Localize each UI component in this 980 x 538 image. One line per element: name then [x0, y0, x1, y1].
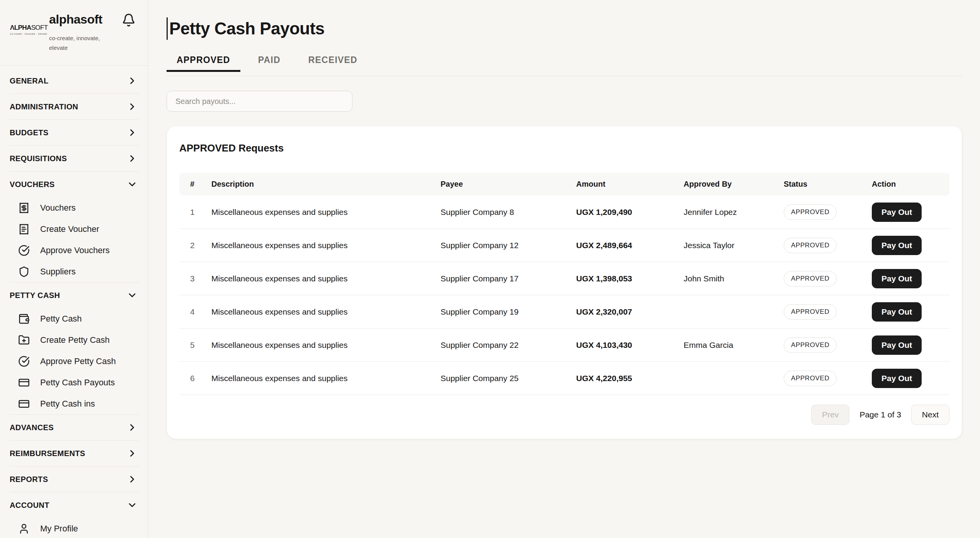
sidebar: ΛLPHASOFT co-create · innovate · elevate…: [0, 0, 148, 538]
sidebar-section-account[interactable]: ACCOUNT: [0, 492, 148, 518]
circle-check-icon: [18, 356, 30, 367]
tab-approved[interactable]: APPROVED: [167, 55, 240, 72]
sidebar-item-approve-vouchers[interactable]: Approve Vouchers: [0, 240, 148, 261]
sidebar-section-reports[interactable]: REPORTS: [0, 466, 148, 492]
payee-cell: Supplier Company 25: [441, 374, 576, 383]
brand-name: alphasoft: [49, 12, 102, 27]
pay-out-button[interactable]: Pay Out: [872, 369, 922, 388]
table-row: 2 Miscellaneous expenses and supplies Su…: [179, 229, 949, 262]
sidebar-item-petty-cash-ins[interactable]: Petty Cash ins: [0, 393, 148, 414]
approved-requests-card: APPROVED Requests # Description Payee Am…: [167, 126, 962, 439]
status-cell: APPROVED: [784, 337, 872, 353]
pay-out-button[interactable]: Pay Out: [872, 302, 922, 322]
description-cell: Miscellaneous expenses and supplies: [211, 241, 441, 250]
page-title: Petty Cash Payouts: [169, 19, 325, 38]
pay-out-button[interactable]: Pay Out: [872, 203, 922, 222]
row-number: 6: [190, 374, 211, 383]
amount-cell: UGX 1,398,053: [576, 274, 684, 283]
table-row: 5 Miscellaneous expenses and supplies Su…: [179, 329, 949, 362]
column-header-action: Action: [872, 180, 939, 189]
sidebar-item-petty-cash-payouts[interactable]: Petty Cash Payouts: [0, 372, 148, 393]
status-badge: APPROVED: [784, 371, 837, 386]
sidebar-item-my-profile[interactable]: My Profile: [0, 518, 148, 538]
payee-cell: Supplier Company 17: [441, 274, 576, 283]
sidebar-section-reimbursements[interactable]: REIMBURSEMENTS: [0, 441, 148, 466]
wallet-icon: [18, 313, 30, 325]
credit-card-icon: [18, 398, 30, 410]
sidebar-section-administration[interactable]: ADMINISTRATION: [0, 94, 148, 119]
column-header-payee: Payee: [441, 180, 576, 189]
status-badge: APPROVED: [784, 204, 837, 220]
chevron-down-icon: [127, 500, 138, 511]
receipt-dollar-icon: [18, 202, 30, 214]
sidebar-section-petty-cash[interactable]: PETTY CASH: [0, 283, 148, 308]
sidebar-item-suppliers[interactable]: Suppliers: [0, 261, 148, 282]
column-header-description: Description: [211, 180, 441, 189]
sidebar-header: ΛLPHASOFT co-create · innovate · elevate…: [0, 0, 148, 66]
description-cell: Miscellaneous expenses and supplies: [211, 307, 441, 317]
tab-bar: APPROVED PAID RECEIVED: [167, 55, 962, 72]
status-badge: APPROVED: [784, 271, 837, 286]
sidebar-item-approve-petty-cash[interactable]: Approve Petty Cash: [0, 351, 148, 372]
amount-cell: UGX 1,209,490: [576, 208, 684, 217]
payee-cell: Supplier Company 12: [441, 241, 576, 250]
row-number: 3: [190, 274, 211, 283]
circle-check-icon: [18, 245, 30, 256]
logo-tagline: co-create · innovate · elevate: [10, 32, 47, 35]
chevron-right-icon: [127, 422, 138, 433]
description-cell: Miscellaneous expenses and supplies: [211, 208, 441, 217]
text-cursor: [167, 17, 168, 40]
user-icon: [18, 523, 30, 535]
sidebar-section-vouchers[interactable]: VOUCHERS: [0, 172, 148, 197]
amount-cell: UGX 2,489,664: [576, 241, 684, 250]
column-header-num: #: [190, 180, 211, 189]
sidebar-section-advances[interactable]: ADVANCES: [0, 415, 148, 440]
approved-by-cell: John Smith: [684, 274, 784, 283]
page-indicator: Page 1 of 3: [859, 410, 901, 419]
pay-out-button[interactable]: Pay Out: [872, 236, 922, 255]
next-page-button[interactable]: Next: [911, 405, 949, 425]
chevron-down-icon: [127, 179, 138, 190]
notification-bell-icon[interactable]: [122, 13, 136, 27]
action-cell: Pay Out: [872, 369, 939, 388]
receipt-text-icon: [18, 223, 30, 235]
status-cell: APPROVED: [784, 304, 872, 320]
search-input[interactable]: [167, 91, 352, 112]
sidebar-item-petty-cash[interactable]: Petty Cash: [0, 308, 148, 329]
action-cell: Pay Out: [872, 236, 939, 255]
main-content: Petty Cash Payouts APPROVED PAID RECEIVE…: [149, 0, 980, 538]
status-cell: APPROVED: [784, 238, 872, 253]
row-number: 5: [190, 341, 211, 350]
table-row: 4 Miscellaneous expenses and supplies Su…: [179, 295, 949, 329]
page-header: Petty Cash Payouts: [167, 17, 962, 40]
row-number: 1: [190, 208, 211, 217]
pay-out-button[interactable]: Pay Out: [872, 335, 922, 355]
chevron-right-icon: [127, 101, 138, 112]
sidebar-section-requisitions[interactable]: REQUISITIONS: [0, 146, 148, 171]
sidebar-item-create-voucher[interactable]: Create Voucher: [0, 218, 148, 240]
pay-out-button[interactable]: Pay Out: [872, 269, 922, 288]
row-number: 2: [190, 241, 211, 250]
status-cell: APPROVED: [784, 371, 872, 386]
credit-card-icon: [18, 377, 30, 388]
sidebar-section-budgets[interactable]: BUDGETS: [0, 120, 148, 145]
table-header-row: # Description Payee Amount Approved By S…: [179, 173, 949, 196]
pagination: Prev Page 1 of 3 Next: [179, 405, 949, 425]
column-header-amount: Amount: [576, 180, 684, 189]
sidebar-section-general[interactable]: GENERAL: [0, 68, 148, 94]
chevron-right-icon: [127, 75, 138, 86]
card-heading: APPROVED Requests: [179, 142, 949, 154]
sidebar-item-create-petty-cash[interactable]: Create Petty Cash: [0, 329, 148, 351]
amount-cell: UGX 2,320,007: [576, 307, 684, 317]
prev-page-button[interactable]: Prev: [811, 405, 849, 425]
tab-received[interactable]: RECEIVED: [298, 55, 368, 72]
divider: [167, 76, 962, 76]
payee-cell: Supplier Company 22: [441, 341, 576, 350]
sidebar-item-vouchers[interactable]: Vouchers: [0, 197, 148, 218]
amount-cell: UGX 4,103,430: [576, 341, 684, 350]
chevron-right-icon: [127, 474, 138, 485]
tab-paid[interactable]: PAID: [248, 55, 291, 72]
description-cell: Miscellaneous expenses and supplies: [211, 274, 441, 283]
status-badge: APPROVED: [784, 337, 837, 353]
approved-by-cell: Jessica Taylor: [684, 241, 784, 250]
